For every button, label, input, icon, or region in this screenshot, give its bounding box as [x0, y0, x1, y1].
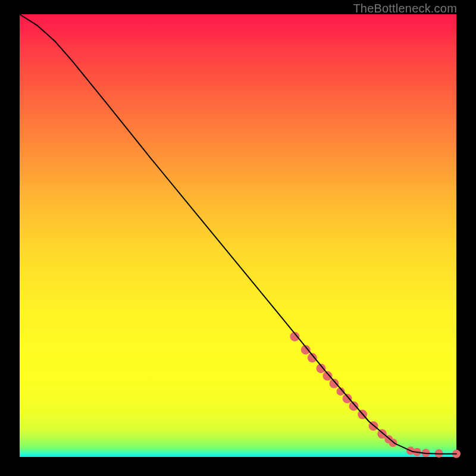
curve-line [20, 14, 456, 454]
watermark-text: TheBottleneck.com [353, 2, 457, 15]
chart-svg [20, 14, 456, 457]
data-marker [349, 401, 359, 411]
data-marker [329, 379, 339, 389]
markers-layer [290, 332, 461, 458]
data-marker [322, 371, 332, 381]
data-marker [343, 394, 352, 403]
chart-stage: TheBottleneck.com [0, 0, 476, 476]
